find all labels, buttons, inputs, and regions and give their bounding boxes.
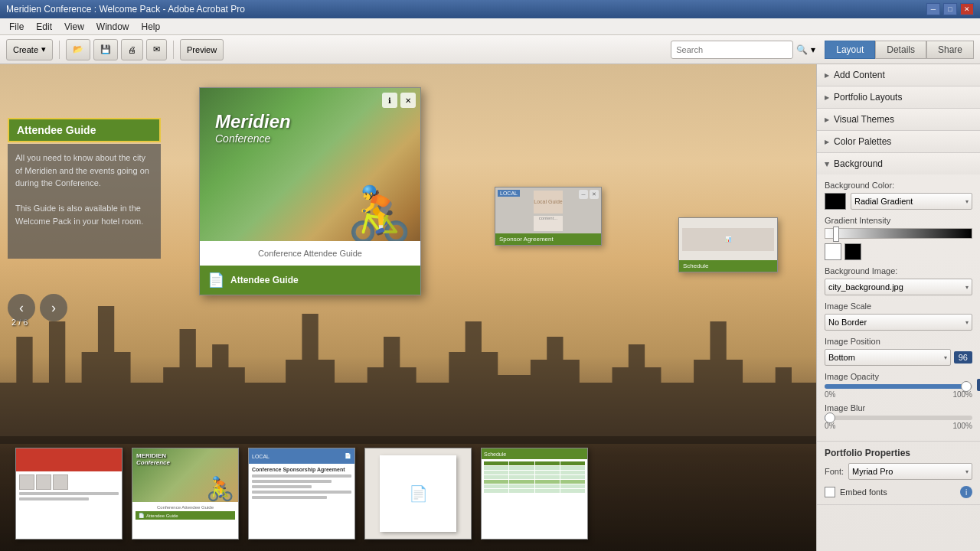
color-palettes-label: Color Palettes [834, 136, 891, 147]
preview-button[interactable]: Preview [180, 39, 224, 60]
image-position-number: 96 [954, 351, 972, 364]
grid-cell [509, 475, 534, 479]
embed-fonts-info-button[interactable]: i [960, 486, 972, 498]
embed-fonts-label: Embed fonts [840, 487, 887, 497]
card-close-btn[interactable]: ✕ [590, 190, 599, 199]
image-blur-track[interactable] [825, 416, 972, 420]
main-document-card[interactable]: ℹ ✕ Meridien Conference 🚴 Conference Att… [199, 87, 421, 295]
secondary-card-2-header: 📊 [679, 218, 777, 260]
preview-label: Preview [187, 45, 217, 54]
image-blur-label: Image Blur [825, 403, 972, 412]
gradient-intensity-slider[interactable] [825, 228, 972, 239]
embed-fonts-checkbox[interactable] [825, 487, 835, 497]
bg-color-swatch[interactable] [825, 193, 846, 210]
thumbnail-3[interactable]: LOCAL 📄 Conference Sponsorship Agreement [248, 448, 355, 540]
image-position-dropdown[interactable]: Bottom ▾ [825, 349, 951, 366]
prev-page-button[interactable]: ‹ [8, 294, 35, 321]
grid-cell [484, 484, 508, 488]
portfolio-layouts-header[interactable]: ▶ Portfolio Layouts [817, 86, 980, 108]
grid-cell [560, 484, 585, 488]
grid-cell [509, 461, 534, 465]
film-cell [36, 474, 51, 490]
image-position-label: Image Position [825, 337, 972, 346]
thumb4-blank-icon: 📄 [409, 484, 428, 503]
thumbnail-1[interactable] [15, 448, 122, 540]
maximize-button[interactable]: □ [943, 3, 957, 15]
create-button[interactable]: Create ▾ [6, 39, 53, 60]
image-opacity-fill [825, 384, 966, 389]
bg-image-dropdown[interactable]: city_background.jpg ▾ [825, 279, 972, 295]
thumb-line [19, 492, 119, 495]
portfolio-properties-section: Portfolio Properties Font: Myriad Pro ▾ … [817, 442, 980, 505]
secondary-card-1[interactable]: LOCAL ─ ✕ Local Guide content... Sponsor… [495, 187, 602, 246]
thumb3-header: LOCAL 📄 [249, 448, 354, 464]
opacity-min-label: 0% [825, 390, 835, 399]
gradient-type-dropdown[interactable]: Radial Gradient ▾ [851, 193, 972, 210]
image-scale-arrow: ▾ [965, 319, 969, 326]
background-header[interactable]: ▶ Background [817, 153, 980, 174]
image-opacity-label: Image Opacity [825, 372, 972, 381]
secondary-card-1-footer: Sponsor Agreement [495, 233, 601, 245]
font-dropdown-arrow: ▾ [965, 468, 969, 475]
print-button[interactable]: 🖨 [121, 39, 143, 60]
add-content-header[interactable]: ▶ Add Content [817, 64, 980, 86]
toolbar-separator [59, 41, 60, 59]
search-icon[interactable]: 🔍 [796, 44, 808, 55]
attendee-info-card: Attendee Guide All you need to know abou… [8, 118, 161, 259]
image-position-value: Bottom [828, 353, 855, 362]
card-delete-button[interactable]: ✕ [400, 93, 416, 108]
minimize-button[interactable]: ─ [926, 3, 940, 15]
font-dropdown[interactable]: Myriad Pro ▾ [848, 463, 972, 480]
tab-share[interactable]: Share [926, 41, 974, 59]
thumb2-footer-text: Conference Attendee Guide 📄 Attendee Gui… [132, 502, 238, 523]
gradient-color-start[interactable] [825, 243, 841, 260]
card-header-image: ℹ ✕ Meridien Conference 🚴 [200, 88, 420, 241]
attendee-title: Attendee Guide [8, 118, 161, 142]
thumbnail-5[interactable]: Schedule [481, 448, 588, 540]
card-image-person: 🚴 [346, 187, 413, 241]
image-opacity-track[interactable]: 100 [825, 384, 972, 389]
email-button[interactable]: ✉ [146, 39, 167, 60]
color-palettes-section: ▶ Color Palettes [817, 131, 980, 153]
menu-view[interactable]: View [58, 20, 90, 34]
image-scale-value: No Border [828, 318, 867, 327]
visual-themes-section: ▶ Visual Themes [817, 109, 980, 131]
card-main-title: Meridien [215, 111, 291, 132]
gradient-handle[interactable] [833, 227, 839, 242]
secondary-card-2[interactable]: 📊 Schedule [678, 217, 778, 272]
menu-window[interactable]: Window [90, 20, 136, 34]
thumbnail-4[interactable]: 📄 [364, 448, 472, 540]
portfolio-properties-content: Portfolio Properties Font: Myriad Pro ▾ … [817, 442, 980, 504]
image-scale-dropdown[interactable]: No Border ▾ [825, 314, 972, 331]
card-minimize-btn[interactable]: ─ [579, 190, 588, 199]
grid-cell [484, 480, 508, 484]
thumb1-header [16, 448, 122, 471]
table-row [484, 466, 585, 470]
grid-cell [560, 475, 585, 479]
menu-help[interactable]: Help [136, 20, 167, 34]
bg-image-value: city_background.jpg [828, 282, 903, 292]
add-content-label: Add Content [834, 70, 885, 80]
tab-details[interactable]: Details [875, 41, 926, 59]
next-page-button[interactable]: › [40, 294, 67, 321]
grid-cell [560, 466, 585, 470]
search-input[interactable] [671, 41, 793, 59]
search-options-icon[interactable]: ▾ [811, 44, 815, 55]
thumb2-footer: 📄 Attendee Guide [136, 511, 235, 520]
open-button[interactable]: 📂 [66, 39, 90, 60]
card-title-area: Meridien Conference [215, 111, 291, 145]
app-title: Meridien Conference : Welcome Pack - Ado… [6, 4, 245, 15]
search-bar: 🔍 ▾ [671, 41, 815, 59]
thumbnail-2[interactable]: MERIDIENConference 🚴 Conference Attendee… [132, 448, 239, 540]
save-button[interactable]: 💾 [93, 39, 118, 60]
visual-themes-header[interactable]: ▶ Visual Themes [817, 109, 980, 130]
tab-layout[interactable]: Layout [825, 41, 875, 59]
menu-file[interactable]: File [3, 20, 30, 34]
close-button[interactable]: ✕ [960, 3, 974, 15]
gradient-color-end[interactable] [844, 243, 861, 260]
card-info-button[interactable]: ℹ [382, 93, 397, 108]
color-palettes-header[interactable]: ▶ Color Palettes [817, 131, 980, 152]
image-blur-handle[interactable] [825, 412, 835, 423]
menu-edit[interactable]: Edit [30, 20, 58, 34]
gradient-colors [825, 243, 972, 260]
